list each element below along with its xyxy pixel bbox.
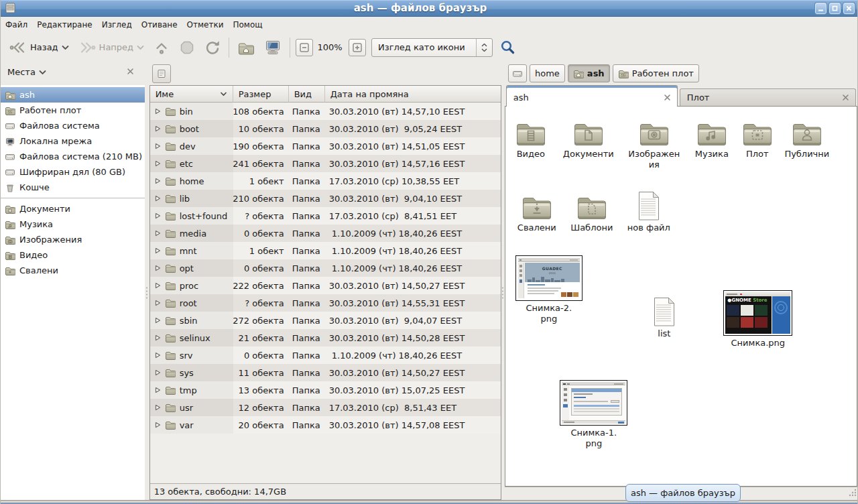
pane-splitter[interactable] bbox=[145, 85, 149, 500]
icon-view-item-нов файл[interactable]: нов файл bbox=[620, 191, 678, 233]
column-header-Име[interactable]: Име bbox=[150, 86, 233, 103]
expander-icon[interactable] bbox=[155, 108, 161, 115]
expander-icon[interactable] bbox=[155, 300, 161, 306]
expander-icon[interactable] bbox=[155, 352, 161, 359]
expander-icon[interactable] bbox=[155, 160, 161, 167]
file-row-dev[interactable]: dev190 обектаПапка30.03.2010 (вт) 14,51,… bbox=[150, 137, 501, 155]
icon-view-item-Изображения[interactable]: Изображения bbox=[625, 119, 683, 170]
expander-icon[interactable] bbox=[155, 422, 161, 428]
icon-view-item-Свалени[interactable]: Свалени bbox=[508, 192, 566, 233]
file-row-sbin[interactable]: sbin272 обектаПапка30.03.2010 (вт) 9,04,… bbox=[150, 312, 501, 329]
sidebar-item-Кошче[interactable]: Кошче bbox=[1, 180, 145, 195]
file-row-media[interactable]: media0 обектаПапка 1.10.2009 (чт) 18,40,… bbox=[150, 225, 501, 242]
menu-item-1[interactable]: Редактиране bbox=[32, 17, 97, 33]
spinner-arrows[interactable] bbox=[476, 39, 492, 56]
sidebar-item-Видео[interactable]: Видео bbox=[1, 247, 145, 263]
tab-close-button[interactable] bbox=[842, 94, 849, 101]
path-button-Работен плот[interactable]: Работен плот bbox=[613, 64, 699, 82]
expander-icon[interactable] bbox=[155, 178, 161, 184]
close-button[interactable] bbox=[843, 3, 855, 14]
icon-view-item-Снимка-1.png[interactable]: Снимка-1.png bbox=[558, 380, 629, 449]
sidebar-item-Шифриран дял (80 GB)[interactable]: Шифриран дял (80 GB) bbox=[1, 164, 145, 180]
minimize-button[interactable] bbox=[815, 3, 826, 14]
back-button[interactable]: Назад bbox=[5, 36, 74, 59]
menu-item-5[interactable]: Помощ bbox=[229, 17, 267, 33]
zoom-out-button[interactable] bbox=[296, 39, 313, 56]
expander-icon[interactable] bbox=[155, 230, 161, 237]
sidebar-item-Документи[interactable]: Документи bbox=[1, 201, 145, 216]
path-button-home[interactable]: home bbox=[530, 64, 565, 82]
expander-icon[interactable] bbox=[155, 404, 161, 411]
file-row-tmp[interactable]: tmp13 обектаПапка30.03.2010 (вт) 15,07,2… bbox=[150, 381, 501, 399]
file-row-srv[interactable]: srv0 обектаПапка 1.10.2009 (чт) 18,40,26… bbox=[150, 346, 501, 364]
file-row-opt[interactable]: opt0 обектаПапка 1.10.2009 (чт) 18,40,26… bbox=[150, 259, 501, 277]
file-row-mnt[interactable]: mnt1 обектПапка 1.10.2009 (чт) 18,40,26 … bbox=[150, 242, 501, 259]
search-button[interactable] bbox=[499, 39, 517, 56]
expander-icon[interactable] bbox=[155, 195, 161, 202]
tab-close-button[interactable] bbox=[664, 94, 671, 101]
location-bar-toggle[interactable] bbox=[152, 64, 171, 83]
home-button[interactable] bbox=[233, 36, 259, 59]
file-row-bin[interactable]: bin108 обектаПапка30.03.2010 (вт) 14,57,… bbox=[150, 103, 501, 120]
file-row-usr[interactable]: usr12 обектаПапка17.03.2010 (ср) 8,51,43… bbox=[150, 399, 501, 416]
expander-icon[interactable] bbox=[155, 143, 161, 149]
file-row-sys[interactable]: sys11 обектаПапка30.03.2010 (вт) 14,50,2… bbox=[150, 364, 501, 381]
expander-icon[interactable] bbox=[155, 387, 161, 393]
icon-view-item-Документи[interactable]: Документи bbox=[560, 119, 617, 160]
file-row-lib[interactable]: lib210 обектаПапка30.03.2010 (вт) 9,04,1… bbox=[150, 190, 501, 207]
file-row-proc[interactable]: proc222 обектаПапка30.03.2010 (вт) 14,50… bbox=[150, 277, 501, 294]
menu-item-2[interactable]: Изглед bbox=[97, 17, 137, 33]
resize-grip[interactable] bbox=[848, 488, 857, 499]
places-selector[interactable]: Места bbox=[7, 67, 46, 77]
icon-view-item-Шаблони[interactable]: Шаблони bbox=[563, 192, 621, 233]
sidebar-item-Работен плот[interactable]: Работен плот bbox=[1, 103, 145, 118]
file-row-boot[interactable]: boot10 обектаПапка30.03.2010 (вт) 9,05,2… bbox=[150, 120, 501, 137]
icon-view-item-Снимка-2.png[interactable]: GUADEC 2010 Снимка-2.png bbox=[513, 255, 585, 324]
file-row-etc[interactable]: etc241 обектаПапка30.03.2010 (вт) 14,57,… bbox=[150, 155, 501, 172]
icon-view-item-list[interactable]: list bbox=[635, 297, 693, 339]
computer-button[interactable] bbox=[259, 36, 286, 59]
expander-icon[interactable] bbox=[155, 334, 161, 341]
icon-view-item-Видео[interactable]: Видео bbox=[505, 119, 560, 160]
sidebar-item-Изображения[interactable]: Изображения bbox=[1, 232, 145, 247]
sidebar-item-Музика[interactable]: Музика bbox=[1, 216, 145, 232]
file-row-root[interactable]: root? обектаПапка30.03.2010 (вт) 14,55,3… bbox=[150, 294, 501, 312]
expander-icon[interactable] bbox=[155, 212, 161, 219]
titlebar[interactable]: ash — файлов браузър bbox=[1, 0, 857, 17]
file-row-var[interactable]: var20 обектаПапка30.03.2010 (вт) 14,57,0… bbox=[150, 416, 501, 434]
taskbar-window-button[interactable]: ash — файлов браузър bbox=[625, 484, 741, 502]
menu-item-4[interactable]: Отметки bbox=[182, 17, 229, 33]
forward-button[interactable]: Напред bbox=[74, 36, 149, 59]
expander-icon[interactable] bbox=[155, 369, 161, 376]
column-header-Размер[interactable]: Размер bbox=[233, 86, 289, 103]
column-header-Дата на промяна[interactable]: Дата на промяна bbox=[325, 86, 501, 103]
expander-icon[interactable] bbox=[155, 265, 161, 271]
expander-icon[interactable] bbox=[155, 282, 161, 289]
stop-button[interactable] bbox=[174, 36, 200, 59]
icon-view-item-Публични[interactable]: Публични bbox=[778, 119, 836, 160]
icon-view-item-Снимка.png[interactable]: ●GNOME Store Снимка.png bbox=[719, 290, 797, 349]
up-button[interactable] bbox=[149, 36, 174, 59]
sidebar-item-Локална мрежа[interactable]: Локална мрежа bbox=[1, 133, 145, 149]
zoom-in-button[interactable] bbox=[349, 39, 366, 56]
path-button-root[interactable] bbox=[508, 64, 527, 82]
file-row-home[interactable]: home1 обектПапка17.03.2010 (ср) 10,38,55… bbox=[150, 172, 501, 190]
menu-item-0[interactable]: Файл bbox=[1, 17, 32, 33]
file-row-lost+found[interactable]: lost+found? обектаПапка17.03.2010 (ср) 8… bbox=[150, 207, 501, 225]
path-button-ash[interactable]: ash bbox=[568, 64, 610, 82]
sidebar-item-ash[interactable]: ash bbox=[1, 87, 145, 103]
reload-button[interactable] bbox=[200, 36, 225, 59]
view-selector[interactable]: Изглед като икони bbox=[371, 38, 493, 57]
places-close-button[interactable] bbox=[127, 68, 134, 75]
sidebar-item-Свалени[interactable]: Свалени bbox=[1, 263, 145, 278]
tab-ash[interactable]: ash bbox=[506, 85, 678, 107]
sidebar-item-Файлова система (210 MB)[interactable]: Файлова система (210 MB) bbox=[1, 149, 145, 164]
sidebar-item-Файлова система[interactable]: Файлова система bbox=[1, 118, 145, 133]
expander-icon[interactable] bbox=[155, 125, 161, 132]
expander-icon[interactable] bbox=[155, 247, 161, 254]
maximize-button[interactable] bbox=[829, 3, 841, 14]
expander-icon[interactable] bbox=[155, 317, 161, 324]
file-row-selinux[interactable]: selinux21 обектаПапка30.03.2010 (вт) 14,… bbox=[150, 329, 501, 346]
column-header-Вид[interactable]: Вид bbox=[289, 86, 325, 103]
menu-item-3[interactable]: Отиване bbox=[137, 17, 182, 33]
